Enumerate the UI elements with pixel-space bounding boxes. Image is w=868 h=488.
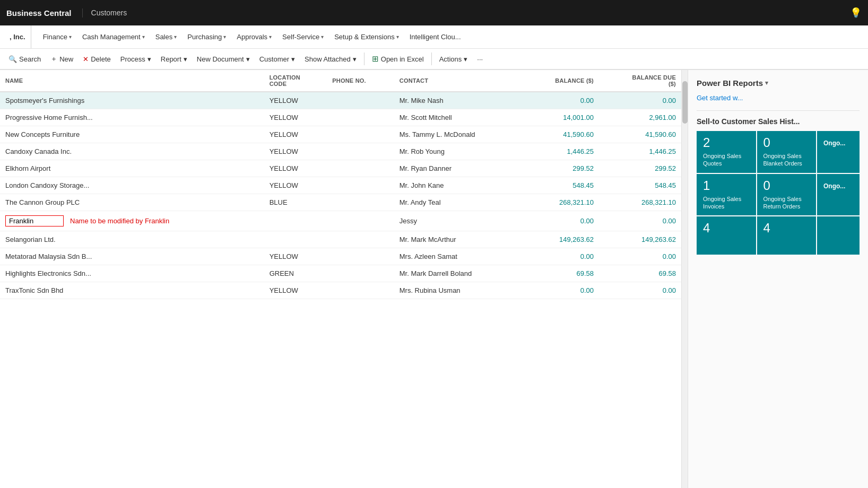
kpi-label: Ongoing SalesInvoices <box>703 195 750 211</box>
side-panel: Power BI Reports ▾ Get started w... Sell… <box>688 70 868 488</box>
nav-item-purchasing[interactable]: Purchasing▾ <box>182 25 231 48</box>
new-document-button[interactable]: New Document ▾ <box>193 53 254 65</box>
balance: 41,590.60 <box>525 126 599 143</box>
table-row[interactable]: Elkhorn AirportYELLOWMr. Ryan Danner299.… <box>0 160 681 177</box>
nav-bar: , Inc. Finance▾Cash Management▾Sales▾Pur… <box>0 25 868 49</box>
phone-no <box>327 211 394 231</box>
phone-no <box>327 194 394 211</box>
kpi-ongoing-partial2[interactable]: Ongo... <box>817 174 860 216</box>
location-code: YELLOW <box>264 92 327 109</box>
balance-due: 0.00 <box>599 282 681 299</box>
table-row[interactable]: New Concepts FurnitureYELLOWMs. Tammy L.… <box>0 126 681 143</box>
delete-button[interactable]: ✕ Delete <box>79 53 115 65</box>
nav-item-sales[interactable]: Sales▾ <box>150 25 183 48</box>
customer-button[interactable]: Customer ▾ <box>255 53 299 65</box>
search-button[interactable]: 🔍 Search <box>4 53 45 65</box>
table-row[interactable]: London Candoxy Storage...YELLOWMr. John … <box>0 177 681 194</box>
balance-due: 299.52 <box>599 160 681 177</box>
kpi-number: 2 <box>703 136 750 149</box>
plus-icon: ＋ <box>50 54 57 64</box>
nav-item-self-service[interactable]: Self-Service▾ <box>277 25 329 48</box>
customer-name: Candoxy Canada Inc. <box>0 143 264 160</box>
customer-name: The Cannon Group PLC <box>0 194 264 211</box>
customer-name: Highlights Electronics Sdn... <box>0 265 264 282</box>
delete-icon: ✕ <box>83 55 89 63</box>
chevron-down-icon: ▾ <box>353 55 357 63</box>
scrollbar[interactable] <box>681 70 688 488</box>
balance: 268,321.10 <box>525 194 599 211</box>
location-code <box>264 231 327 248</box>
table-row[interactable]: Highlights Electronics Sdn...GREENMr. Ma… <box>0 265 681 282</box>
kpi-number: 1 <box>703 179 750 192</box>
customer-name: Spotsmeyer's Furnishings <box>0 92 264 109</box>
kpi-ongoing-partial1[interactable]: Ongo... <box>817 131 860 173</box>
name-edit-input[interactable] <box>5 215 64 226</box>
chevron-down-icon: ▾ <box>69 34 72 40</box>
phone-no <box>327 126 394 143</box>
table-row[interactable]: Name to be modified by FranklinJessy0.00… <box>0 211 681 231</box>
kpi-number: 4 <box>763 222 810 234</box>
table-row[interactable]: Spotsmeyer's FurnishingsYELLOWMr. Mike N… <box>0 92 681 109</box>
table-row[interactable]: TraxTonic Sdn BhdYELLOWMrs. Rubina Usman… <box>0 282 681 299</box>
balance-due: 0.00 <box>599 248 681 265</box>
kpi-tile-4b[interactable]: 4 <box>757 216 817 255</box>
phone-no <box>327 231 394 248</box>
customer-name: Progressive Home Furnish... <box>0 109 264 126</box>
show-attached-button[interactable]: Show Attached ▾ <box>300 53 361 65</box>
nav-item-intelligent-clou---[interactable]: Intelligent Clou... <box>404 25 466 48</box>
process-button[interactable]: Process ▾ <box>116 53 155 65</box>
power-bi-link[interactable]: Get started w... <box>697 94 860 102</box>
chevron-down-icon: ▾ <box>184 55 187 63</box>
new-button[interactable]: ＋ New <box>46 52 77 66</box>
contact: Mrs. Rubina Usman <box>394 282 525 299</box>
nav-item-cash-management[interactable]: Cash Management▾ <box>77 25 150 48</box>
kpi-ongoing-blanket-orders[interactable]: 0 Ongoing SalesBlanket Orders <box>757 131 817 173</box>
kpi-tile-4a[interactable]: 4 <box>697 216 756 255</box>
phone-no <box>327 143 394 160</box>
table-row[interactable]: Selangorian Ltd.Mr. Mark McArthur149,263… <box>0 231 681 248</box>
balance-due: 41,590.60 <box>599 126 681 143</box>
kpi-tile-partial3[interactable] <box>817 216 860 255</box>
kpi-ongoing-return-orders[interactable]: 0 Ongoing SalesReturn Orders <box>757 174 817 216</box>
table-wrapper[interactable]: NAME LOCATIONCODE PHONE NO. CONTACT BALA… <box>0 70 688 488</box>
location-code: YELLOW <box>264 109 327 126</box>
table-row[interactable]: Metatorad Malaysia Sdn B...YELLOWMrs. Az… <box>0 248 681 265</box>
kpi-ongoing-sales-invoices[interactable]: 1 Ongoing SalesInvoices <box>697 174 756 216</box>
table-row[interactable]: The Cannon Group PLCBLUEMr. Andy Teal268… <box>0 194 681 211</box>
scroll-thumb[interactable] <box>682 81 688 124</box>
more-button[interactable]: ··· <box>473 53 487 65</box>
nav-item-setup---extensions[interactable]: Setup & Extensions▾ <box>329 25 404 48</box>
balance-due: 0.00 <box>599 92 681 109</box>
edit-hint-label: Name to be modified by Franklin <box>70 217 169 225</box>
col-phone: PHONE NO. <box>327 70 394 92</box>
table-row[interactable]: Candoxy Canada Inc.YELLOWMr. Rob Young1,… <box>0 143 681 160</box>
balance: 0.00 <box>525 211 599 231</box>
nav-item-finance[interactable]: Finance▾ <box>38 25 77 48</box>
hist-title: Sell-to Customer Sales Hist... <box>697 117 860 126</box>
light-icon[interactable]: 💡 <box>850 7 862 19</box>
chevron-down-icon: ▾ <box>142 34 145 40</box>
phone-no <box>327 92 394 109</box>
chevron-down-icon: ▾ <box>147 55 151 63</box>
kpi-label: Ongo... <box>823 182 853 191</box>
actions-button[interactable]: Actions ▾ <box>435 53 472 65</box>
kpi-ongoing-sales-quotes[interactable]: 2 Ongoing SalesQuotes <box>697 131 756 173</box>
top-bar: Business Central Customers 💡 <box>0 0 868 25</box>
table-row[interactable]: Progressive Home Furnish...YELLOWMr. Sco… <box>0 109 681 126</box>
report-button[interactable]: Report ▾ <box>157 53 192 65</box>
balance-due: 268,321.10 <box>599 194 681 211</box>
balance: 0.00 <box>525 282 599 299</box>
location-code: YELLOW <box>264 143 327 160</box>
nav-item-approvals[interactable]: Approvals▾ <box>231 25 277 48</box>
brand-title: Business Central <box>6 8 83 18</box>
contact: Mr. Andy Teal <box>394 194 525 211</box>
balance: 149,263.62 <box>525 231 599 248</box>
balance: 299.52 <box>525 160 599 177</box>
balance-due: 548.45 <box>599 177 681 194</box>
balance-due: 149,263.62 <box>599 231 681 248</box>
kpi-number: 4 <box>703 222 750 234</box>
kpi-label: Ongo... <box>823 140 853 148</box>
balance-due: 0.00 <box>599 211 681 231</box>
open-excel-button[interactable]: ⊞ Open in Excel <box>368 52 428 66</box>
toolbar-separator <box>364 53 364 65</box>
